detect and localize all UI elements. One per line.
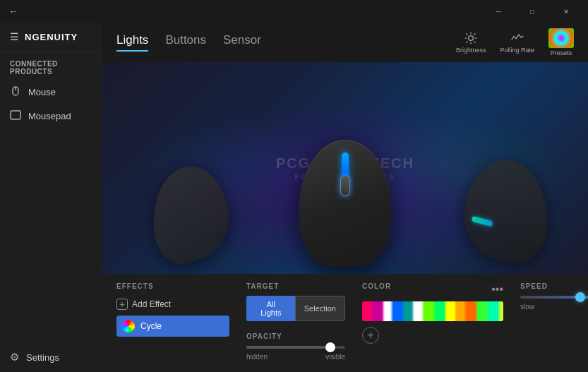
connected-products-label: Connected Products (0, 52, 102, 80)
brightness-label: Brightness (456, 47, 486, 54)
add-effect-label: Add Effect (132, 299, 171, 309)
sidebar-item-mousepad[interactable]: Mousepad (0, 104, 102, 128)
presets-label: Presets (551, 49, 572, 56)
svg-line-10 (467, 42, 468, 43)
target-buttons: All Lights Selection (246, 296, 345, 321)
opacity-slider[interactable] (246, 346, 345, 349)
opacity-left-label: hidden (246, 353, 268, 361)
mouse-right (464, 161, 549, 260)
titlebar-controls: ─ □ ✕ (482, 0, 582, 23)
titlebar-left: ← (8, 6, 18, 17)
effect-item-cycle[interactable]: Cycle (116, 316, 229, 337)
color-strip[interactable] (362, 301, 503, 321)
mouse-center (299, 140, 391, 267)
effects-title: EFFECTS (116, 282, 229, 290)
back-button[interactable]: ← (8, 6, 18, 17)
svg-point-3 (469, 36, 474, 41)
presets-thumbnail (548, 28, 574, 48)
svg-rect-2 (11, 111, 20, 119)
settings-icon: ⚙ (10, 351, 19, 364)
mousepad-icon (10, 110, 21, 122)
bottom-panel: EFFECTS + Add Effect Cycle TARGET All Li… (102, 274, 588, 372)
top-icons: Brightness Polling Rate Presets (456, 28, 574, 56)
speed-slider[interactable] (520, 296, 588, 299)
opacity-fill (246, 346, 330, 349)
color-more-button[interactable]: ••• (491, 283, 503, 296)
polling-rate-button[interactable]: Polling Rate (500, 31, 534, 54)
color-title: COLOR (362, 282, 391, 290)
effects-section: EFFECTS + Add Effect Cycle (116, 282, 229, 361)
sidebar-spacer (0, 128, 102, 342)
minimize-button[interactable]: ─ (482, 0, 515, 23)
mouse-right-body (460, 150, 553, 270)
top-bar: Lights Buttons Sensor (102, 23, 588, 62)
sidebar: ☰ NGENUITY Connected Products Mouse Mous… (0, 23, 102, 372)
svg-line-6 (467, 34, 468, 35)
speed-thumb[interactable] (575, 292, 585, 302)
speed-section: SPEED slow fast (520, 282, 588, 361)
tab-sensor[interactable]: Sensor (223, 33, 261, 52)
app-body: ☰ NGENUITY Connected Products Mouse Mous… (0, 23, 588, 372)
add-icon: + (116, 299, 128, 310)
tabs: Lights Buttons Sensor (116, 33, 261, 52)
main-content: Lights Buttons Sensor (102, 23, 588, 372)
svg-line-7 (474, 42, 476, 43)
maximize-button[interactable]: □ (516, 0, 548, 23)
opacity-thumb[interactable] (325, 342, 335, 352)
opacity-right-label: visible (325, 353, 345, 361)
cycle-label: Cycle (140, 321, 162, 331)
mouse-left-body (145, 155, 234, 273)
all-lights-button[interactable]: All Lights (246, 296, 295, 321)
mouse-right-rgb (472, 216, 493, 227)
target-title: TARGET (246, 282, 345, 290)
hamburger-icon[interactable]: ☰ (10, 31, 19, 42)
cycle-icon (122, 320, 135, 332)
add-color-button[interactable]: + (362, 327, 379, 344)
brand-logo: NGENUITY (25, 32, 78, 42)
speed-labels: slow fast (520, 303, 588, 311)
tab-buttons[interactable]: Buttons (165, 33, 206, 52)
mouse-left (151, 168, 229, 260)
mouse-center-scroll (340, 175, 350, 196)
settings-item[interactable]: ⚙ Settings (0, 342, 102, 372)
polling-rate-label: Polling Rate (500, 47, 534, 54)
brightness-button[interactable]: Brightness (456, 31, 486, 54)
sidebar-header: ☰ NGENUITY (0, 23, 102, 52)
svg-line-11 (474, 34, 476, 35)
opacity-title: OPACITY (246, 332, 345, 340)
sidebar-mouse-label: Mouse (28, 87, 56, 97)
close-button[interactable]: ✕ (550, 0, 582, 23)
tab-lights[interactable]: Lights (116, 33, 148, 52)
color-section: COLOR ••• + (362, 282, 503, 361)
speed-slow-label: slow (520, 303, 534, 311)
add-effect-button[interactable]: + Add Effect (116, 296, 229, 313)
mouse-icon (10, 85, 21, 99)
opacity-section: OPACITY hidden visible (246, 332, 345, 361)
target-section: TARGET All Lights Selection OPACITY hidd… (246, 282, 345, 361)
sidebar-item-mouse[interactable]: Mouse (0, 80, 102, 104)
presets-button[interactable]: Presets (548, 28, 574, 56)
titlebar: ← ─ □ ✕ (0, 0, 588, 23)
color-header: COLOR ••• (362, 282, 503, 296)
brightness-icon (464, 31, 478, 45)
selection-button[interactable]: Selection (295, 296, 345, 321)
mouse-center-body (299, 140, 391, 267)
opacity-labels: hidden visible (246, 353, 345, 361)
hero-area: PCGAMING TECH FOR TRUE GAMERS (102, 62, 588, 274)
speed-title: SPEED (520, 282, 588, 290)
sidebar-mousepad-label: Mousepad (28, 111, 71, 121)
settings-label: Settings (26, 352, 59, 363)
polling-rate-icon (510, 31, 524, 45)
